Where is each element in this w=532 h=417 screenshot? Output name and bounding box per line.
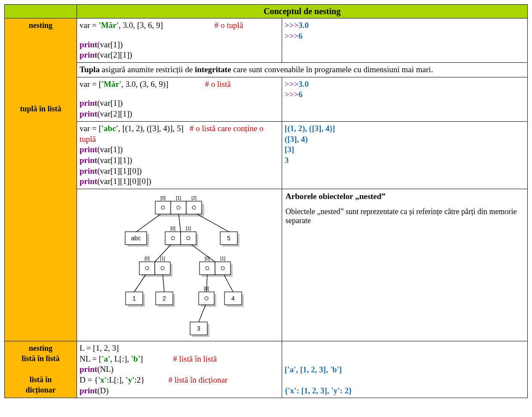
ex3-output: [(1, 2), ([3], 4)] ([3], 4) [3] 3	[282, 121, 527, 189]
ex2-output: >>>3.0 >>>6	[282, 77, 527, 121]
ex4-code: L = [1, 2, 3] NL = ['a', L[:], 'b']# lis…	[77, 341, 282, 398]
svg-text:[1]: [1]	[160, 256, 165, 261]
svg-text:[2]: [2]	[191, 195, 197, 200]
svg-line-15	[188, 242, 215, 262]
svg-text:[1]: [1]	[186, 226, 191, 231]
svg-text:1: 1	[132, 295, 136, 302]
ex2-code: var = ['Măr', 3.0, (3, 6, 9)]# o listă p…	[77, 77, 282, 121]
nesting-table: Conceptul de nesting nesting tuplă în li…	[4, 4, 528, 398]
svg-point-47	[206, 267, 209, 270]
ex1-code: var = 'Măr', 3.0, [3, 6, 9]# o tuplă pri…	[77, 18, 282, 63]
nested-tree-svg: [0] [1] [2] abc [0] [1] 5 [0] [1] [0] [1…	[93, 191, 265, 337]
tree-desc: Obiectele „nested” sunt reprezentate ca …	[286, 207, 524, 225]
svg-text:[0]: [0]	[205, 256, 210, 261]
svg-point-28	[192, 206, 196, 209]
svg-line-11	[136, 212, 163, 232]
svg-line-13	[194, 212, 229, 232]
svg-text:[0]: [0]	[204, 286, 209, 291]
header-title: Conceptul de nesting	[77, 5, 528, 18]
svg-point-25	[177, 206, 180, 209]
svg-line-16	[134, 273, 147, 292]
ex4-output: ['a', [1, 2, 3], 'b'] {'x': [1, 2, 3], '…	[282, 341, 527, 398]
svg-point-57	[205, 297, 208, 300]
svg-text:[0]: [0]	[160, 195, 166, 200]
rowhead-lista: nesting listă în listă listă în dicționa…	[5, 341, 77, 398]
svg-text:[1]: [1]	[176, 195, 181, 200]
svg-text:2: 2	[163, 295, 166, 302]
svg-text:5: 5	[227, 235, 231, 242]
tree-explanation: Arborele obiectelor „nested” Obiectele „…	[282, 189, 527, 341]
rowhead-tupla: tuplă în listă	[20, 104, 61, 113]
ex3-code: var = ['abc', [(1, 2), ([3], 4)], 5] # o…	[77, 121, 282, 189]
ex1-output: >>>3.0 >>>6	[282, 18, 527, 63]
tree-diagram-cell: [0] [1] [2] abc [0] [1] 5 [0] [1] [0] [1…	[77, 189, 282, 341]
svg-text:[0]: [0]	[145, 256, 150, 261]
svg-point-44	[161, 267, 164, 270]
rowhead-nesting: nesting	[29, 21, 52, 30]
svg-point-33	[171, 236, 175, 240]
svg-text:[1]: [1]	[220, 256, 225, 261]
svg-text:[0]: [0]	[170, 226, 175, 231]
rowhead-nesting-tupla: nesting tuplă în listă	[5, 18, 77, 341]
svg-point-22	[161, 206, 165, 209]
svg-point-36	[187, 236, 190, 240]
svg-text:abc: abc	[131, 235, 141, 242]
svg-text:3: 3	[197, 325, 200, 332]
tupla-note: Tupla asigură anumite restricții de inte…	[77, 63, 528, 77]
tree-title: Arborele obiectelor „nested”	[286, 192, 524, 201]
svg-point-50	[221, 267, 224, 270]
svg-point-41	[145, 267, 149, 270]
header-corner	[5, 5, 77, 18]
svg-text:4: 4	[231, 295, 235, 302]
